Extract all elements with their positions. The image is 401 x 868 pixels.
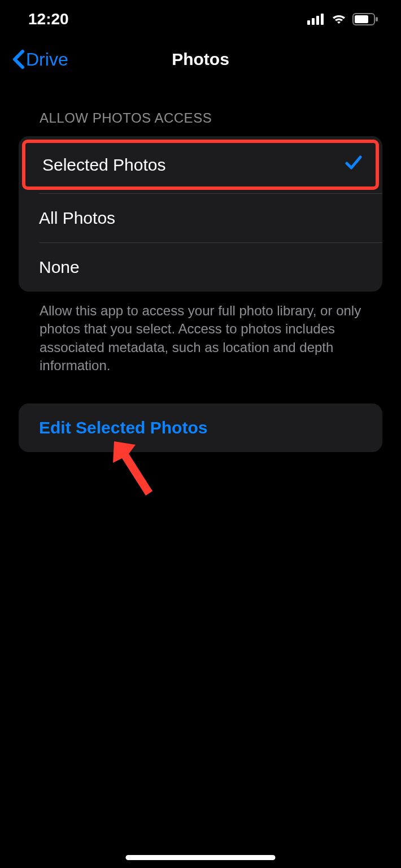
svg-rect-0 xyxy=(307,20,310,25)
option-label: None xyxy=(39,258,80,277)
home-indicator[interactable] xyxy=(126,855,276,860)
cellular-icon xyxy=(307,14,325,25)
svg-rect-3 xyxy=(321,14,324,25)
battery-icon xyxy=(352,13,378,25)
section-description: Allow this app to access your full photo… xyxy=(0,292,401,375)
svg-rect-6 xyxy=(376,17,378,21)
section-header: ALLOW PHOTOS ACCESS xyxy=(0,76,401,132)
svg-rect-1 xyxy=(312,18,315,25)
option-selected-photos[interactable]: Selected Photos xyxy=(22,140,379,190)
page-title: Photos xyxy=(172,50,229,69)
status-icons xyxy=(307,13,378,25)
status-time: 12:20 xyxy=(28,10,69,28)
annotation-arrow-icon xyxy=(107,435,158,497)
svg-rect-5 xyxy=(355,15,368,23)
status-bar: 12:20 xyxy=(0,0,401,31)
nav-bar: Drive Photos xyxy=(0,31,401,76)
action-group: Edit Selected Photos xyxy=(19,403,382,452)
checkmark-icon xyxy=(345,154,362,175)
option-label: All Photos xyxy=(39,209,115,228)
photos-access-options: Selected Photos All Photos None xyxy=(19,136,382,292)
option-all-photos[interactable]: All Photos xyxy=(19,194,382,242)
back-label: Drive xyxy=(26,49,68,70)
svg-rect-2 xyxy=(316,16,319,25)
option-label: Selected Photos xyxy=(42,155,165,175)
back-button[interactable]: Drive xyxy=(11,49,68,70)
chevron-left-icon xyxy=(11,49,25,70)
option-none[interactable]: None xyxy=(19,243,382,292)
wifi-icon xyxy=(331,14,347,25)
edit-selected-photos-button[interactable]: Edit Selected Photos xyxy=(19,403,382,452)
